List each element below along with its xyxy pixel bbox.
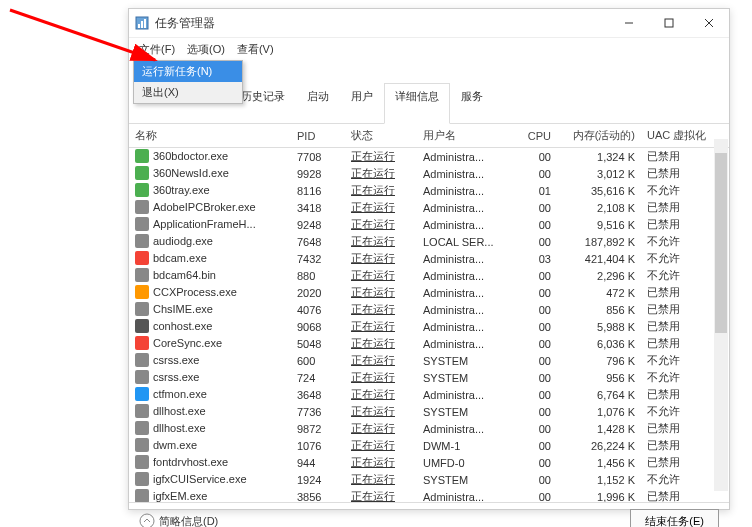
cell-cpu: 00: [511, 284, 557, 301]
tab-services[interactable]: 服务: [450, 83, 494, 124]
cell-user: SYSTEM: [417, 369, 511, 386]
table-row[interactable]: 360tray.exe8116正在运行Administra...0135,616…: [129, 182, 729, 199]
col-cpu[interactable]: CPU: [511, 124, 557, 148]
fewer-details-toggle[interactable]: 简略信息(D): [139, 513, 218, 527]
tab-users[interactable]: 用户: [340, 83, 384, 124]
process-icon: [135, 285, 149, 299]
cell-status: 正在运行: [345, 488, 417, 502]
table-row[interactable]: dwm.exe1076正在运行DWM-10026,224 K已禁用: [129, 437, 729, 454]
table-row[interactable]: dllhost.exe9872正在运行Administra...001,428 …: [129, 420, 729, 437]
menu-file[interactable]: 文件(F): [133, 40, 181, 59]
cell-name: 360NewsId.exe: [129, 165, 291, 181]
process-icon: [135, 489, 149, 502]
col-pid[interactable]: PID: [291, 124, 345, 148]
tab-startup[interactable]: 启动: [296, 83, 340, 124]
close-button[interactable]: [689, 9, 729, 37]
table-row[interactable]: 360NewsId.exe9928正在运行Administra...003,01…: [129, 165, 729, 182]
minimize-button[interactable]: [609, 9, 649, 37]
cell-cpu: 00: [511, 403, 557, 420]
table-row[interactable]: ApplicationFrameH...9248正在运行Administra..…: [129, 216, 729, 233]
table-row[interactable]: bdcam.exe7432正在运行Administra...03421,404 …: [129, 250, 729, 267]
maximize-button[interactable]: [649, 9, 689, 37]
cell-pid: 8116: [291, 182, 345, 199]
table-row[interactable]: 360bdoctor.exe7708正在运行Administra...001,3…: [129, 148, 729, 166]
cell-mem: 6,036 K: [557, 335, 641, 352]
cell-status: 正在运行: [345, 284, 417, 301]
cell-status: 正在运行: [345, 233, 417, 250]
cell-cpu: 01: [511, 182, 557, 199]
cell-pid: 7708: [291, 148, 345, 166]
cell-status: 正在运行: [345, 148, 417, 166]
menu-run-new-task[interactable]: 运行新任务(N): [134, 61, 242, 82]
table-row[interactable]: AdobeIPCBroker.exe3418正在运行Administra...0…: [129, 199, 729, 216]
cell-name: conhost.exe: [129, 318, 291, 334]
cell-name: audiodg.exe: [129, 233, 291, 249]
cell-name: csrss.exe: [129, 369, 291, 385]
table-row[interactable]: CoreSync.exe5048正在运行Administra...006,036…: [129, 335, 729, 352]
process-icon: [135, 217, 149, 231]
table-row[interactable]: csrss.exe600正在运行SYSTEM00796 K不允许: [129, 352, 729, 369]
cell-mem: 5,988 K: [557, 318, 641, 335]
cell-mem: 35,616 K: [557, 182, 641, 199]
chevron-up-circle-icon: [139, 513, 155, 527]
cell-status: 正在运行: [345, 437, 417, 454]
cell-user: Administra...: [417, 199, 511, 216]
menu-options[interactable]: 选项(O): [181, 40, 231, 59]
cell-name: ctfmon.exe: [129, 386, 291, 402]
cell-status: 正在运行: [345, 369, 417, 386]
cell-name: dllhost.exe: [129, 420, 291, 436]
cell-pid: 9872: [291, 420, 345, 437]
cell-mem: 856 K: [557, 301, 641, 318]
cell-mem: 2,296 K: [557, 267, 641, 284]
menu-exit[interactable]: 退出(X): [134, 82, 242, 103]
table-row[interactable]: conhost.exe9068正在运行Administra...005,988 …: [129, 318, 729, 335]
table-row[interactable]: csrss.exe724正在运行SYSTEM00956 K不允许: [129, 369, 729, 386]
menu-view[interactable]: 查看(V): [231, 40, 280, 59]
cell-pid: 9068: [291, 318, 345, 335]
cell-user: LOCAL SER...: [417, 233, 511, 250]
cell-pid: 3856: [291, 488, 345, 502]
svg-rect-6: [665, 19, 673, 27]
col-name[interactable]: 名称: [129, 124, 291, 148]
col-user[interactable]: 用户名: [417, 124, 511, 148]
task-manager-window: 任务管理器 文件(F) 选项(O) 查看(V) 运行新任务(N) 退出(X) 进…: [128, 8, 730, 510]
table-row[interactable]: ChsIME.exe4076正在运行Administra...00856 K已禁…: [129, 301, 729, 318]
cell-mem: 3,012 K: [557, 165, 641, 182]
cell-name: bdcam.exe: [129, 250, 291, 266]
cell-pid: 3648: [291, 386, 345, 403]
scrollbar[interactable]: [714, 139, 728, 491]
footer: 简略信息(D) 结束任务(E): [129, 502, 729, 527]
table-row[interactable]: bdcam64.bin880正在运行Administra...002,296 K…: [129, 267, 729, 284]
process-icon: [135, 472, 149, 486]
cell-pid: 600: [291, 352, 345, 369]
table-row[interactable]: ctfmon.exe3648正在运行Administra...006,764 K…: [129, 386, 729, 403]
cell-pid: 7736: [291, 403, 345, 420]
process-icon: [135, 268, 149, 282]
col-status[interactable]: 状态: [345, 124, 417, 148]
cell-cpu: 00: [511, 335, 557, 352]
table-row[interactable]: igfxEM.exe3856正在运行Administra...001,996 K…: [129, 488, 729, 502]
scrollbar-thumb[interactable]: [715, 153, 727, 333]
svg-rect-3: [141, 21, 143, 28]
cell-cpu: 00: [511, 318, 557, 335]
process-icon: [135, 404, 149, 418]
tab-details[interactable]: 详细信息: [384, 83, 450, 124]
table-row[interactable]: dllhost.exe7736正在运行SYSTEM001,076 K不允许: [129, 403, 729, 420]
table-row[interactable]: CCXProcess.exe2020正在运行Administra...00472…: [129, 284, 729, 301]
window-title: 任务管理器: [155, 15, 609, 32]
cell-cpu: 00: [511, 437, 557, 454]
cell-mem: 1,456 K: [557, 454, 641, 471]
table-row[interactable]: fontdrvhost.exe944正在运行UMFD-0001,456 K已禁用: [129, 454, 729, 471]
svg-rect-4: [144, 19, 146, 28]
cell-cpu: 00: [511, 488, 557, 502]
table-row[interactable]: audiodg.exe7648正在运行LOCAL SER...00187,892…: [129, 233, 729, 250]
cell-cpu: 00: [511, 301, 557, 318]
col-mem[interactable]: 内存(活动的): [557, 124, 641, 148]
cell-pid: 2020: [291, 284, 345, 301]
end-task-button[interactable]: 结束任务(E): [630, 509, 719, 528]
process-icon: [135, 251, 149, 265]
process-list[interactable]: 名称 PID 状态 用户名 CPU 内存(活动的) UAC 虚拟化 360bdo…: [129, 124, 729, 502]
process-icon: [135, 336, 149, 350]
cell-name: ApplicationFrameH...: [129, 216, 291, 232]
table-row[interactable]: igfxCUIService.exe1924正在运行SYSTEM001,152 …: [129, 471, 729, 488]
